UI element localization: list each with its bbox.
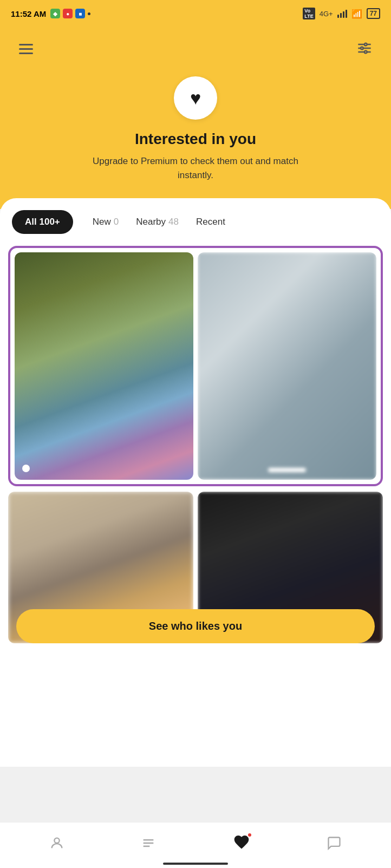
tab-nearby-count: 48	[168, 217, 179, 227]
hamburger-line-2	[19, 48, 33, 50]
filter-button[interactable]	[354, 38, 375, 60]
svg-point-2	[364, 51, 367, 54]
photo-dot-indicator	[22, 465, 30, 472]
photo-card-2[interactable]	[198, 252, 376, 480]
hamburger-menu-button[interactable]	[16, 41, 36, 57]
nav-messages[interactable]	[316, 831, 353, 855]
app-icon-3: ■	[75, 9, 85, 18]
nav-likes[interactable]	[222, 829, 261, 857]
page-title: Interested in you	[135, 130, 256, 148]
wifi-icon: 📶	[351, 9, 362, 19]
notification-dot	[247, 832, 252, 838]
header-section: ♥ Interested in you Upgrade to Premium t…	[0, 27, 391, 209]
discover-icon	[141, 836, 156, 851]
status-time: 11:52 AM	[11, 9, 46, 18]
signal-bar-3	[343, 11, 344, 18]
photo-bg-2	[198, 252, 376, 480]
likes-icon-wrapper	[233, 833, 250, 853]
status-right-icons: VoLTE 4G+ 📶 77	[303, 8, 380, 19]
heart-circle: ♥	[174, 76, 217, 120]
status-bar: 11:52 AM ◆ ● ■ VoLTE 4G+ 📶 77	[0, 0, 391, 27]
volte-badge: VoLTE	[303, 8, 315, 19]
bottom-nav	[0, 822, 391, 868]
tab-nearby[interactable]: Nearby 48	[127, 210, 187, 234]
svg-point-0	[364, 43, 367, 46]
tab-new-count: 0	[114, 217, 119, 227]
tab-nearby-label: Nearby	[136, 217, 166, 227]
photo-grid: See who likes you	[0, 239, 391, 643]
nav-discover[interactable]	[130, 831, 167, 855]
filter-icon	[357, 41, 372, 56]
app-icon-1: ◆	[50, 9, 60, 18]
tab-all[interactable]: All 100+	[12, 210, 73, 234]
page-subtitle: Upgrade to Premium to check them out and…	[82, 154, 309, 182]
tab-new[interactable]: New 0	[84, 210, 127, 234]
messages-icon	[327, 836, 342, 851]
see-who-likes-button[interactable]: See who likes you	[16, 609, 375, 643]
main-card: All 100+ New 0 Nearby 48 Recent	[0, 198, 391, 767]
tab-recent-label: Recent	[196, 217, 225, 227]
hamburger-line-1	[19, 44, 33, 45]
signal-bar-4	[346, 10, 347, 18]
battery-indicator: 77	[367, 8, 380, 19]
hamburger-line-3	[19, 53, 33, 54]
nav-profile[interactable]	[38, 831, 75, 855]
home-indicator	[163, 863, 228, 865]
svg-point-1	[361, 47, 363, 50]
tab-new-label: New	[93, 217, 111, 227]
tab-recent[interactable]: Recent	[187, 210, 234, 234]
profile-icon	[49, 836, 64, 851]
signal-bar-1	[337, 15, 339, 18]
featured-photo-row	[8, 246, 383, 486]
photo-row-2-wrapper: See who likes you	[8, 492, 383, 643]
photo-bar-indicator	[268, 468, 306, 472]
tabs-row: All 100+ New 0 Nearby 48 Recent	[0, 198, 391, 239]
svg-point-9	[54, 838, 59, 843]
signal-bars	[337, 10, 347, 18]
app-icon-2: ●	[63, 9, 73, 18]
photo-card-1[interactable]	[15, 252, 193, 480]
header-top	[16, 38, 375, 60]
network-type: 4G+	[320, 10, 333, 18]
heart-icon: ♥	[190, 88, 201, 109]
signal-bar-2	[340, 13, 342, 18]
status-dot	[88, 12, 90, 15]
photo-bg-1	[15, 252, 193, 480]
